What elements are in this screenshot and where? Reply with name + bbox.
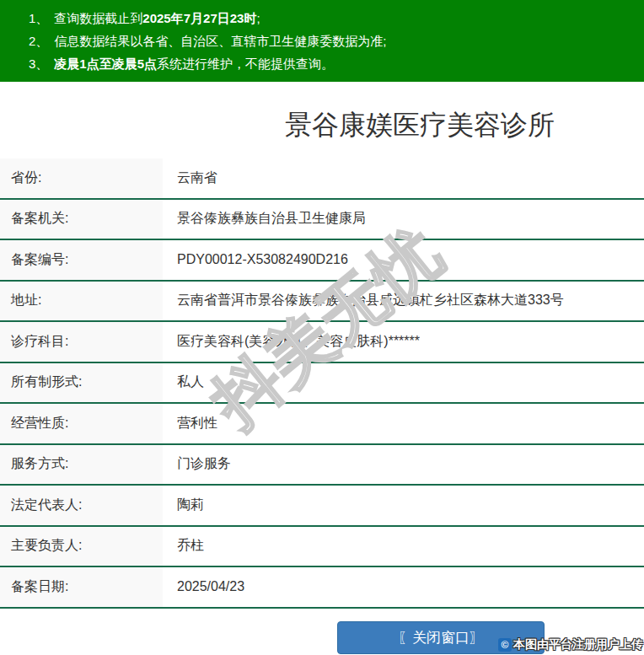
row-value: 营利性 [163,404,644,443]
table-row-service-mode: 服务方式: 门诊服务 [0,445,644,486]
row-value: 云南省 [163,158,644,198]
page-title: 景谷康媄医疗美容诊所 [0,110,644,139]
row-label: 法定代表人: [0,486,163,525]
notice-number: 1、 [29,11,48,25]
table-row-address: 地址: 云南省普洱市景谷傣族彝族自治县威远镇杧乡社区森林大道333号 [0,282,644,323]
table-row-filing-authority: 备案机关: 景谷傣族彝族自治县卫生健康局 [0,200,644,241]
notice-text: 系统进行维护，不能提供查询。 [157,56,334,71]
table-row-filing-number: 备案编号: PDY00012-X53082490D216 [0,240,644,282]
table-row-filing-date: 备案日期: 2025/04/23 [0,567,644,609]
table-row-principal-person: 主要负责人: 乔柱 [0,527,644,568]
row-label: 备案日期: [0,567,163,607]
table-row-legal-representative: 法定代表人: 陶莉 [0,486,644,527]
copyright-stamp: © 本图由平台注册用户上传 [498,637,643,652]
row-value: 陶莉 [163,486,644,525]
notice-text: ; [256,11,260,25]
row-label: 备案编号: [0,240,163,280]
table-row-medical-subjects: 诊疗科目: 医疗美容科(美容外科、美容皮肤科)****** [0,322,644,363]
row-value: 云南省普洱市景谷傣族彝族自治县威远镇杧乡社区森林大道333号 [163,282,644,321]
notice-line-2: 2、信息数据结果以各省、自治区、直辖市卫生健康委数据为准; [29,30,636,52]
copyright-text: 本图由平台注册用户上传 [513,637,643,652]
row-label: 省份: [0,158,163,198]
table-row-province: 省份: 云南省 [0,158,644,200]
notice-banner: 1、查询数据截止到2025年7月27日23时; 2、信息数据结果以各省、自治区、… [0,0,644,82]
row-label: 地址: [0,282,163,321]
row-label: 所有制形式: [0,363,163,403]
row-value: 医疗美容科(美容外科、美容皮肤科)****** [163,322,644,362]
registration-info-table: 省份: 云南省 备案机关: 景谷傣族彝族自治县卫生健康局 备案编号: PDY00… [0,158,644,609]
row-value: 2025/04/23 [163,567,644,607]
row-value: PDY00012-X53082490D216 [163,240,644,280]
notice-text: 查询数据截止到 [54,11,142,25]
row-value: 私人 [163,363,644,403]
table-row-business-nature: 经营性质: 营利性 [0,404,644,445]
row-label: 诊疗科目: [0,322,163,362]
row-value: 乔柱 [163,527,644,566]
notice-bold-text: 2025年7月27日23时 [142,11,256,25]
row-label: 经营性质: [0,404,163,443]
row-label: 主要负责人: [0,527,163,566]
row-value: 门诊服务 [163,445,644,485]
notice-number: 3、 [29,56,48,71]
table-row-ownership-form: 所有制形式: 私人 [0,363,644,405]
copyright-icon: © [498,638,512,652]
notice-line-3: 3、凌晨1点至凌晨5点系统进行维护，不能提供查询。 [29,52,636,75]
row-label: 备案机关: [0,200,163,239]
notice-line-1: 1、查询数据截止到2025年7月27日23时; [29,7,636,30]
row-value: 景谷傣族彝族自治县卫生健康局 [163,200,644,239]
row-label: 服务方式: [0,445,163,485]
notice-bold-text: 凌晨1点至凌晨5点 [54,56,157,71]
notice-text: 信息数据结果以各省、自治区、直辖市卫生健康委数据为准; [54,34,386,48]
notice-number: 2、 [29,34,48,48]
